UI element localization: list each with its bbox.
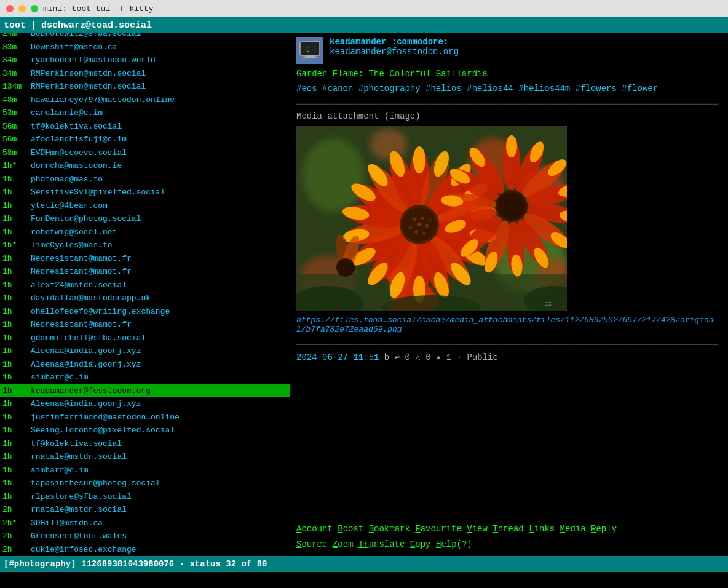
feed-user: keadamander@fosstodon.org (31, 385, 151, 397)
post-meta: keadamander :commodore: keadamander@foss… (330, 37, 459, 57)
feed-item[interactable]: 1hAleenaa@india.goonj.xyz (0, 397, 290, 411)
feed-user: tapasinthesun@photog.social (31, 477, 160, 490)
svg-point-12 (370, 129, 407, 160)
feed-time: 1h (2, 292, 28, 304)
feed-user: cukie@infosec.exchange (31, 544, 136, 556)
feed-item[interactable]: 134mRMPerkinson@mstdn.social (0, 80, 290, 93)
avatar: C= (296, 37, 323, 64)
feed-item[interactable]: 1halexf24@mstdn.social (0, 279, 290, 292)
action-copy[interactable]: Copy (410, 539, 431, 549)
action-zoom[interactable]: Zoom (333, 539, 354, 549)
action-favourite[interactable]: Favourite (415, 524, 462, 534)
feed-item[interactable]: 1hytetic@4bear.com (0, 199, 290, 213)
feed-item[interactable]: 1hrobotwig@socel.net (0, 226, 290, 239)
feed-item[interactable]: 1hrlpastore@sfba.social (0, 490, 290, 504)
close-button[interactable] (6, 5, 14, 12)
svg-point-59 (425, 224, 429, 228)
feed-item[interactable]: 34mRMPerkinson@mstdn.social (0, 67, 290, 81)
feed-time: 1h (2, 306, 28, 318)
feed-item[interactable]: 56mtf@kolektiva.social (0, 120, 290, 133)
action-media[interactable]: Media (560, 524, 586, 534)
feed-item[interactable]: 1hkeadamander@fosstodon.org (0, 384, 290, 398)
feed-item[interactable]: 56mafoolandhisfuji@c.im (0, 133, 290, 146)
feed-item[interactable]: 1hNeoresistant@mamot.fr (0, 252, 290, 266)
feed-item[interactable]: 48mhawaiianeye797@mastodon.online (0, 93, 290, 107)
post-header: C= keadamander :commodore: keadamander@f… (296, 37, 722, 64)
feed-user: ytetic@4bear.com (31, 200, 108, 212)
feed-item[interactable]: 1hsimbarr@c.im (0, 371, 290, 384)
feed-item[interactable]: 2hcukie@infosec.exchange (0, 543, 290, 557)
feed-time: 33m (2, 41, 28, 54)
feed-item[interactable]: 1h*TimeCycles@mas.to (0, 239, 290, 252)
feed-time: 1h (2, 226, 28, 239)
feed-item[interactable]: 1hphotomac@mas.to (0, 173, 290, 186)
svg-point-58 (421, 217, 424, 220)
feed-item[interactable]: 33mDownshift@mstdn.ca (0, 41, 290, 54)
feed-item[interactable]: 24m*BobHorowitz@sfba.social (0, 33, 290, 41)
feed-user: rnatale@mstdn.social (31, 451, 127, 463)
divider-1: ────────────────────────────────────────… (296, 100, 722, 109)
feed-time: 56m (2, 133, 28, 146)
svg-point-57 (413, 218, 416, 221)
status-bar: [#photography] 112689381043980076 - stat… (0, 556, 728, 572)
feed-item[interactable]: 1h*donncha@mastodon.ie (0, 159, 290, 173)
window-title: mini: toot tui -f kitty (43, 4, 153, 14)
action-row-1: Account Boost Bookmark Favourite View Th… (296, 522, 722, 537)
feed-user: ryanhodnett@mastodon.world (31, 54, 156, 66)
media-type: (image) (384, 111, 421, 121)
action-help[interactable]: Help(?) (436, 539, 472, 549)
feed-user: ohellofedefo@writing.exchange (31, 306, 170, 318)
feed-item[interactable]: 1hFonDenton@photog.social (0, 212, 290, 226)
action-links[interactable]: Links (529, 524, 555, 534)
feed-item[interactable]: 1hsimbarr@c.im (0, 464, 290, 477)
feed-user: alexf24@mstdn.social (31, 279, 127, 292)
feed-item[interactable]: 1hAleenaa@india.goonj.xyz (0, 344, 290, 358)
svg-point-62 (410, 226, 413, 229)
maximize-button[interactable] (31, 5, 38, 12)
feed-time: 1h (2, 173, 28, 186)
action-source[interactable]: Source (296, 539, 327, 549)
feed-item[interactable]: 1hNeoresistant@mamot.fr (0, 318, 290, 332)
minimize-button[interactable] (18, 5, 26, 12)
feed-user: tf@kolektiva.social (31, 121, 122, 133)
feed-item[interactable]: 1hgdanmitchell@sfba.social (0, 332, 290, 345)
feed-item[interactable]: 34mryanhodnett@mastodon.world (0, 54, 290, 67)
feed-item[interactable]: 1hAleenaa@india.goonj.xyz (0, 358, 290, 371)
post-star-count: 1 (446, 352, 451, 362)
feed-item[interactable]: 1htf@kolektiva.social (0, 437, 290, 451)
feed-item[interactable]: 1hdavidallan@mastodonapp.uk (0, 292, 290, 305)
action-translate[interactable]: Translate (358, 539, 405, 549)
feed-item[interactable]: 2hrnatale@mstdn.social (0, 503, 290, 517)
action-account[interactable]: Account (296, 524, 333, 534)
feed-user: justinfarrimond@mastodon.online (31, 411, 180, 424)
feed-user: Aleenaa@india.goonj.xyz (31, 398, 141, 410)
action-reply[interactable]: Reply (591, 524, 617, 534)
separator: | (31, 20, 36, 31)
feed-item[interactable]: 1hjustinfarrimond@mastodon.online (0, 411, 290, 424)
feed-user: BobHorowitz@sfba.social (31, 33, 141, 40)
feed-item[interactable]: 1hNeoresistant@mamot.fr (0, 265, 290, 279)
action-bookmark[interactable]: Bookmark (369, 524, 410, 534)
feed-item[interactable]: 2h*3DBill@mstdn.ca (0, 517, 290, 530)
feed-item[interactable]: 1hSeeing.Toronto@pixelfed.social (0, 424, 290, 437)
feed-item[interactable]: 58mEVDHmn@ecoevo.social (0, 146, 290, 160)
action-boost[interactable]: Boost (338, 524, 363, 534)
feed-item[interactable]: 1htapasinthesun@photog.social (0, 477, 290, 490)
action-thread[interactable]: Thread (493, 524, 523, 534)
feed-time: 56m (2, 121, 28, 133)
feed-time: 1h (2, 491, 28, 503)
feed-time: 1h (2, 359, 28, 371)
feed-item[interactable]: 2hGreenseer@toot.wales (0, 530, 290, 543)
svg-point-61 (417, 223, 421, 226)
feed-item[interactable]: 1hrnatale@mstdn.social (0, 450, 290, 464)
feed-item[interactable]: 1hohellofedefo@writing.exchange (0, 305, 290, 319)
feed-time: 1h (2, 398, 28, 410)
feed-list[interactable]: 6mLpaivassa@birdon.social10mOccams_Beard… (0, 33, 290, 556)
action-view[interactable]: View (467, 524, 488, 534)
feed-time: 1h (2, 477, 28, 490)
media-label-text: Media attachment (296, 111, 379, 121)
feed-item[interactable]: 1hSensitiveSyl@pixelfed.social (0, 186, 290, 199)
post-image: JC (296, 126, 567, 311)
svg-point-60 (414, 230, 418, 234)
feed-item[interactable]: 53mcarolannie@c.im (0, 106, 290, 120)
